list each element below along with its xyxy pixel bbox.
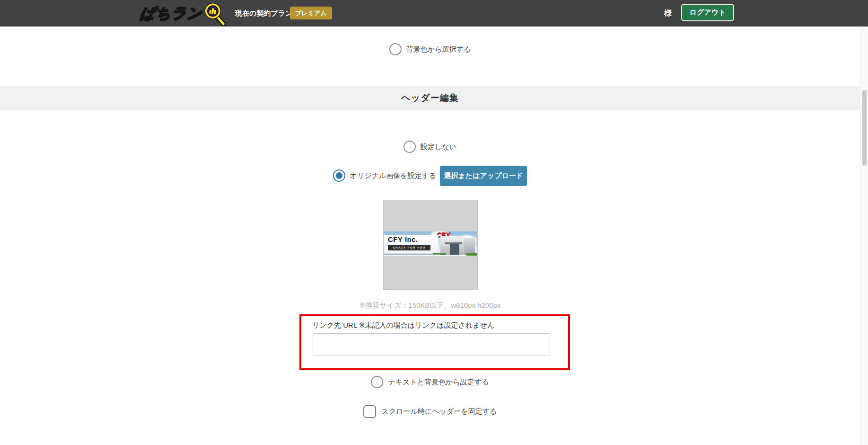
banner-tagline-text: CRAZY FOR YOU	[388, 245, 430, 250]
topbar: ぱちラン 現在の契約プラン プレミアム 様 ログアウト	[0, 0, 868, 27]
radio-bg-color-label: 背景色から選択する	[406, 45, 471, 54]
site-logo[interactable]: ぱちラン	[140, 1, 228, 25]
plan-badge: プレミアム	[290, 7, 332, 19]
radio-none[interactable]	[403, 141, 416, 153]
site-logo-text: ぱちラン	[139, 3, 203, 23]
banner-title-panel: CFY Inc. CRAZY FOR YOU	[384, 235, 438, 253]
radio-none-label: 設定しない	[421, 142, 456, 151]
banner-image: CFY CFY CFY Inc. CRAZY FOR YOU	[384, 231, 477, 256]
radio-option-bg-color[interactable]: 背景色から選択する	[0, 42, 860, 56]
fix-header-label: スクロール時にヘッダーを固定する	[382, 407, 497, 416]
radio-original-image-label: オリジナル画像を設定する	[350, 171, 437, 180]
radio-text-bg-label: テキストと背景色から設定する	[388, 378, 489, 387]
building-sign-text: CFY	[447, 237, 456, 241]
header-image-preview: CFY CFY CFY Inc. CRAZY FOR YOU	[383, 200, 478, 290]
radio-original-image[interactable]	[333, 169, 345, 182]
banner-title-text: CFY Inc.	[388, 235, 418, 243]
user-name-suffix: 様	[664, 0, 672, 27]
building-side-shape	[464, 238, 475, 255]
link-url-label: リンク先 URL ※未記入の場合はリンクは設定されません	[312, 321, 494, 330]
building-door-shape	[450, 244, 459, 255]
magnifier-chart-icon	[203, 3, 228, 26]
fix-header-checkbox[interactable]	[363, 405, 376, 418]
radio-text-bg[interactable]	[371, 376, 383, 388]
logout-button[interactable]: ログアウト	[681, 4, 734, 21]
recommended-size-note: ※推奨サイズ：150KB以下、w810px h200px	[0, 301, 860, 310]
section-header: ヘッダー編集	[0, 86, 860, 110]
radio-bg-color[interactable]	[389, 43, 402, 55]
checkbox-option-fix-header[interactable]: スクロール時にヘッダーを固定する	[0, 404, 860, 418]
scrollbar-track[interactable]	[860, 27, 868, 445]
link-url-input[interactable]	[313, 333, 550, 356]
page: ぱちラン 現在の契約プラン プレミアム 様 ログアウト 背景色から選択する	[0, 0, 868, 445]
current-plan-label: 現在の契約プラン	[235, 0, 292, 27]
banner-divider-line	[384, 254, 440, 255]
select-or-upload-button[interactable]: 選択またはアップロード	[440, 166, 527, 186]
radio-option-none[interactable]: 設定しない	[0, 139, 860, 154]
radio-option-text-bg[interactable]: テキストと背景色から設定する	[0, 375, 860, 389]
hedge-shape	[466, 253, 477, 256]
link-url-highlight-box: リンク先 URL ※未記入の場合はリンクは設定されません	[299, 314, 570, 370]
radio-option-original-image[interactable]: オリジナル画像を設定する 選択またはアップロード	[0, 165, 860, 186]
scrollbar-thumb[interactable]	[862, 90, 867, 166]
section-title: ヘッダー編集	[401, 92, 458, 104]
